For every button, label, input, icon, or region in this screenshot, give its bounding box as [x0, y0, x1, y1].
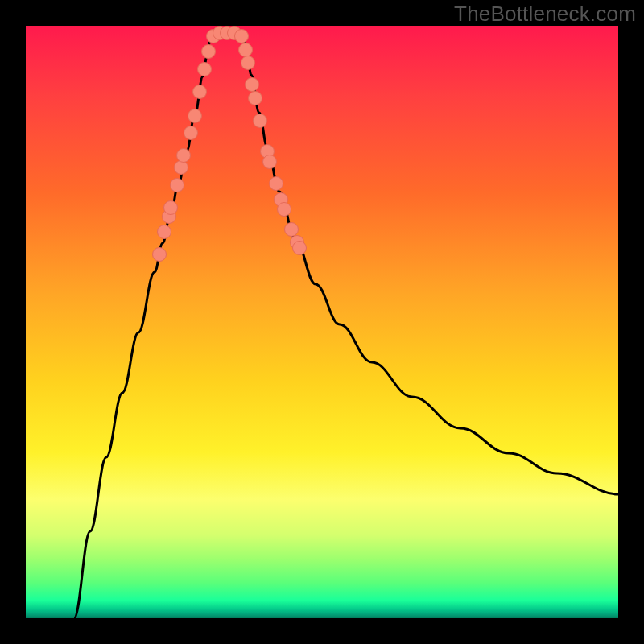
marker-dot [239, 43, 253, 57]
marker-dot [164, 201, 178, 215]
marker-dot [198, 63, 212, 76]
marker-dot [242, 56, 255, 70]
marker-dot [188, 109, 202, 123]
marker-group [153, 27, 307, 262]
marker-dot [263, 155, 277, 169]
plot-area [26, 26, 618, 618]
marker-dot [270, 177, 283, 191]
marker-dot [249, 92, 262, 105]
marker-dot [285, 223, 299, 237]
marker-dot [202, 45, 216, 59]
marker-dot [246, 78, 259, 92]
marker-dot [175, 161, 188, 175]
marker-dot [171, 179, 184, 192]
marker-dot [278, 203, 291, 217]
chart-frame: TheBottleneck.com [0, 0, 644, 644]
marker-dot [177, 149, 191, 163]
marker-dot [254, 114, 267, 128]
curve-right [243, 35, 618, 494]
chart-svg [26, 26, 618, 618]
marker-dot [193, 85, 207, 99]
curve-left [74, 35, 211, 618]
marker-dot [184, 126, 198, 140]
marker-dot [235, 30, 249, 43]
marker-dot [293, 242, 307, 255]
marker-dot [153, 248, 167, 262]
watermark-text: TheBottleneck.com [454, 2, 636, 27]
marker-dot [158, 225, 171, 239]
